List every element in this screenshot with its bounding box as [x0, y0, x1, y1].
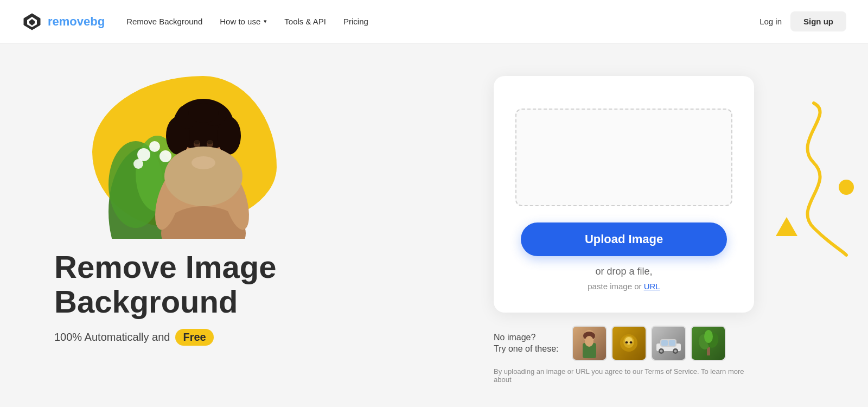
- sample-image-person[interactable]: [572, 326, 607, 361]
- drop-text: or drop a file,: [595, 266, 652, 277]
- svg-rect-42: [669, 340, 675, 346]
- svg-point-28: [839, 180, 854, 195]
- sample-section: No image?Try one of these:: [494, 326, 754, 361]
- svg-point-46: [674, 349, 677, 352]
- nav-tools-api[interactable]: Tools & API: [284, 17, 326, 26]
- navbar-left: removebg Remove Background How to use ▾ …: [22, 11, 368, 32]
- upload-drop-area[interactable]: [515, 109, 732, 206]
- logo-icon: [22, 11, 42, 32]
- nav-remove-background[interactable]: Remove Background: [126, 17, 202, 26]
- svg-point-44: [660, 349, 663, 352]
- navbar-right: Log in Sign up: [760, 11, 846, 31]
- sample-image-plant[interactable]: [691, 326, 726, 361]
- svg-point-26: [164, 147, 242, 206]
- nav-how-to-use[interactable]: How to use ▾: [220, 17, 267, 26]
- sample-image-car[interactable]: [651, 326, 686, 361]
- logo-text: removebg: [48, 15, 105, 29]
- svg-point-33: [585, 336, 593, 347]
- right-side: Upload Image or drop a file, paste image…: [423, 65, 825, 384]
- nav-links: Remove Background How to use ▾ Tools & A…: [126, 17, 368, 26]
- svg-rect-41: [661, 340, 668, 346]
- svg-point-37: [626, 341, 628, 344]
- svg-point-24: [194, 140, 200, 144]
- navbar: removebg Remove Background How to use ▾ …: [0, 0, 868, 43]
- sample-label: No image?Try one of these:: [494, 332, 564, 355]
- hero-subtitle: 100% Automatically and Free: [54, 329, 423, 346]
- signup-button[interactable]: Sign up: [790, 11, 846, 31]
- hero-illustration: [98, 76, 282, 239]
- sample-images: [572, 326, 726, 361]
- main-content: Remove Image Background 100% Automatical…: [0, 43, 868, 407]
- login-button[interactable]: Log in: [760, 17, 782, 26]
- upload-card: Upload Image or drop a file, paste image…: [494, 76, 754, 313]
- triangle-decoration: [776, 217, 797, 238]
- terms-text: By uploading an image or URL you agree t…: [494, 367, 754, 384]
- svg-point-21: [188, 103, 219, 123]
- upload-button[interactable]: Upload Image: [521, 222, 727, 256]
- svg-point-27: [192, 156, 215, 169]
- svg-point-25: [207, 140, 213, 144]
- svg-point-38: [630, 341, 633, 344]
- paste-text: paste image or URL: [588, 282, 660, 291]
- svg-point-7: [149, 141, 160, 152]
- svg-point-36: [625, 337, 633, 345]
- svg-point-8: [159, 150, 171, 162]
- svg-point-9: [133, 159, 143, 169]
- sample-image-lion[interactable]: [611, 326, 647, 361]
- hero-image-container: [76, 65, 304, 239]
- chevron-down-icon: ▾: [264, 18, 267, 25]
- nav-pricing[interactable]: Pricing: [343, 17, 368, 26]
- free-badge: Free: [175, 329, 213, 346]
- url-link[interactable]: URL: [644, 282, 660, 291]
- left-side: Remove Image Background 100% Automatical…: [43, 65, 423, 346]
- svg-marker-29: [776, 217, 797, 236]
- svg-point-50: [704, 330, 713, 343]
- logo[interactable]: removebg: [22, 11, 105, 32]
- hero-text: Remove Image Background 100% Automatical…: [43, 250, 423, 346]
- svg-rect-47: [707, 347, 710, 355]
- hero-title: Remove Image Background: [54, 250, 423, 319]
